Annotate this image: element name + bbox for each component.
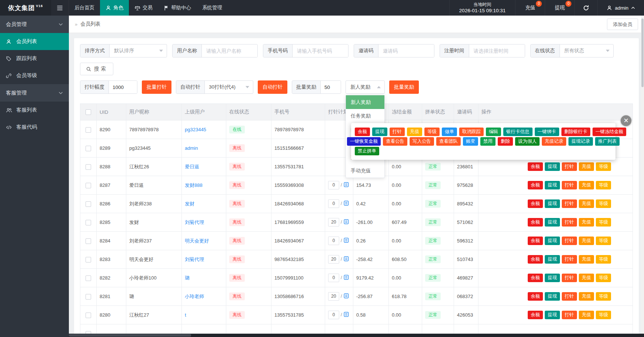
- sidebar-item-member-level[interactable]: 会员等级: [0, 67, 69, 84]
- row-action-button[interactable]: 余额: [528, 311, 543, 319]
- row-checkbox[interactable]: [86, 201, 91, 207]
- popup-action-button[interactable]: 一键冻结金额: [593, 128, 626, 136]
- row-action-button[interactable]: 余额: [528, 274, 543, 282]
- row-action-button[interactable]: 充值: [579, 181, 594, 189]
- row-action-button[interactable]: 提现: [545, 162, 560, 171]
- reward-option[interactable]: 任务奖励: [346, 109, 384, 123]
- filter-input-phone[interactable]: [293, 44, 348, 57]
- recharge-nav-item[interactable]: 充值 0: [515, 0, 545, 16]
- inject-range-input[interactable]: [109, 81, 137, 93]
- popup-action-button[interactable]: 余额: [355, 128, 370, 136]
- row-action-button[interactable]: 等级: [596, 255, 611, 264]
- popup-action-button[interactable]: 打针: [390, 128, 405, 136]
- parent-user-link[interactable]: 璐: [185, 275, 190, 281]
- parent-user-link[interactable]: 刘菊代理: [185, 219, 204, 225]
- popup-action-button[interactable]: 取消跟踪: [459, 128, 484, 136]
- row-checkbox[interactable]: [86, 238, 91, 244]
- plan-input[interactable]: 20: [328, 218, 339, 227]
- batch-reward-button[interactable]: 批量奖励: [389, 80, 419, 94]
- row-checkbox[interactable]: [86, 146, 91, 151]
- popup-action-button[interactable]: 禁用: [480, 137, 495, 146]
- popup-action-button[interactable]: 写入公告: [410, 137, 434, 146]
- filter-input-regtime[interactable]: [469, 44, 525, 57]
- filter-select-online[interactable]: 所有状态: [560, 44, 601, 57]
- refresh-icon[interactable]: [574, 0, 597, 16]
- plan-input[interactable]: 0: [328, 274, 339, 282]
- parent-user-link[interactable]: 小玲老师: [185, 294, 204, 299]
- plan-input[interactable]: 0: [328, 237, 339, 245]
- row-action-button[interactable]: 提现: [545, 255, 560, 264]
- popup-action-button[interactable]: 编辑: [486, 128, 501, 136]
- withdraw-nav-item[interactable]: 提现 0: [545, 0, 574, 16]
- row-action-button[interactable]: 余额: [528, 218, 543, 227]
- plan-edit-icon[interactable]: [344, 256, 349, 261]
- plan-edit-icon[interactable]: [344, 238, 349, 243]
- sidebar-group-member-management[interactable]: 会员管理: [0, 16, 69, 33]
- row-action-button[interactable]: 充值: [579, 199, 594, 208]
- close-icon[interactable]: ✕: [621, 115, 631, 126]
- top-nav-item-system[interactable]: 系统管理: [197, 0, 228, 16]
- plan-input[interactable]: 20: [328, 292, 339, 301]
- popup-action-button[interactable]: 充值: [407, 128, 422, 136]
- row-action-button[interactable]: 提现: [545, 292, 560, 301]
- row-action-button[interactable]: 打针: [562, 311, 577, 319]
- row-action-button[interactable]: 打针: [562, 218, 577, 227]
- popup-action-button[interactable]: 充值记录: [542, 137, 566, 146]
- row-action-button[interactable]: 打针: [562, 237, 577, 245]
- row-action-button[interactable]: 等级: [596, 237, 611, 245]
- sidebar-item-track-list[interactable]: 跟踪列表: [0, 50, 69, 67]
- row-action-button[interactable]: 打针: [562, 255, 577, 264]
- menu-toggle-icon[interactable]: [51, 0, 69, 16]
- row-action-button[interactable]: 等级: [596, 199, 611, 208]
- row-action-button[interactable]: 等级: [596, 162, 611, 171]
- row-action-button[interactable]: 打针: [562, 292, 577, 301]
- plan-edit-icon[interactable]: [344, 293, 349, 298]
- popup-action-button[interactable]: 一键恢复金额: [347, 137, 381, 146]
- top-nav-item-home[interactable]: 后台首页: [69, 0, 100, 16]
- sidebar-item-member-list[interactable]: 会员列表: [0, 33, 69, 50]
- row-checkbox[interactable]: [86, 127, 91, 133]
- add-member-button[interactable]: 添加会员: [607, 19, 638, 30]
- popup-action-button[interactable]: 做单: [442, 128, 457, 136]
- plan-edit-icon[interactable]: [344, 201, 349, 206]
- row-action-button[interactable]: 打针: [562, 162, 577, 171]
- row-action-button[interactable]: 提现: [545, 237, 560, 245]
- reward-option[interactable]: 新人奖励: [346, 95, 384, 109]
- popup-action-button[interactable]: 一键绑卡: [535, 128, 559, 136]
- popup-action-button[interactable]: 查看公告: [383, 137, 407, 146]
- top-nav-item-help[interactable]: 帮助中心: [158, 0, 197, 16]
- vertical-scrollbar-thumb[interactable]: [641, 19, 644, 87]
- row-action-button[interactable]: 打针: [562, 181, 577, 189]
- row-action-button[interactable]: 充值: [579, 292, 594, 301]
- popup-action-button[interactable]: 提现记录: [568, 137, 593, 146]
- row-action-button[interactable]: 等级: [596, 218, 611, 227]
- parent-user-link[interactable]: 发财: [185, 201, 194, 207]
- row-action-button[interactable]: 提现: [545, 181, 560, 189]
- search-button[interactable]: 搜索: [80, 63, 113, 75]
- filter-select-sort[interactable]: 默认排序: [110, 44, 154, 57]
- sidebar-item-service-code[interactable]: 客服代码: [0, 119, 69, 136]
- popup-action-button[interactable]: 银行卡信息: [503, 128, 533, 136]
- plan-edit-icon[interactable]: [344, 275, 349, 280]
- parent-user-link[interactable]: admin: [185, 145, 198, 151]
- row-action-button[interactable]: 充值: [579, 237, 594, 245]
- row-action-button[interactable]: 充值: [579, 255, 594, 264]
- row-action-button[interactable]: 等级: [596, 292, 611, 301]
- sidebar-group-service-management[interactable]: 客服管理: [0, 84, 69, 102]
- filter-input-username[interactable]: [202, 44, 257, 57]
- row-checkbox[interactable]: [86, 313, 91, 318]
- plan-edit-icon[interactable]: [344, 219, 349, 224]
- plan-input[interactable]: 0: [328, 311, 339, 319]
- row-action-button[interactable]: 打针: [562, 199, 577, 208]
- row-action-button[interactable]: 等级: [596, 274, 611, 282]
- top-nav-item-role[interactable]: 角色: [100, 0, 129, 16]
- row-action-button[interactable]: 充值: [579, 274, 594, 282]
- row-checkbox[interactable]: [86, 275, 91, 281]
- popup-action-button[interactable]: 账变: [463, 137, 478, 146]
- parent-user-link[interactable]: t: [185, 312, 186, 318]
- popup-action-button[interactable]: 删除银行卡: [561, 128, 591, 136]
- row-action-button[interactable]: 提现: [545, 199, 560, 208]
- popup-action-button[interactable]: 提现: [372, 128, 387, 136]
- sidebar-item-service-list[interactable]: 客服列表: [0, 102, 69, 119]
- row-action-button[interactable]: 等级: [596, 181, 611, 189]
